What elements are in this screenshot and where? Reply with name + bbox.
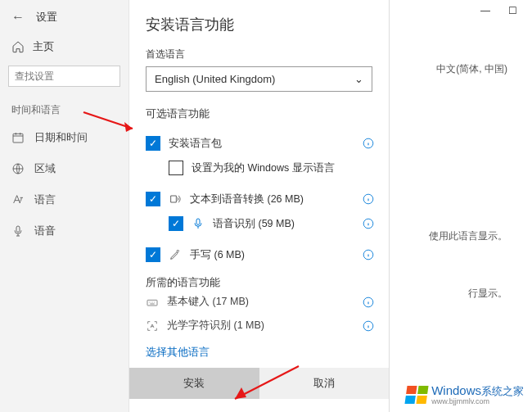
handwriting-icon	[169, 248, 182, 261]
watermark-url: www.bjjmmlv.com	[431, 397, 524, 405]
watermark-brand: Windows	[431, 383, 481, 397]
home-nav[interactable]: 主页	[0, 33, 128, 62]
bg-text-row: 行显示。	[468, 287, 507, 301]
bg-text-display: 使用此语言显示。	[429, 229, 507, 243]
row-ocr: 光学字符识别 (1 MB)	[129, 314, 389, 337]
install-pack-checkbox[interactable]	[146, 136, 160, 151]
cancel-button[interactable]: 取消	[259, 368, 390, 399]
search-input[interactable]	[8, 66, 120, 87]
sidebar-item-speech[interactable]: 语音	[0, 215, 128, 247]
sidebar-item-datetime[interactable]: 日期和时间	[0, 122, 128, 153]
sidebar-item-label: 日期和时间	[34, 130, 88, 145]
tts-icon	[169, 192, 182, 206]
dialog-title: 安装语言功能	[129, 15, 389, 44]
keyboard-icon	[146, 296, 159, 309]
install-language-dialog: 安装语言功能 首选语言 English (United Kingdom) ⌄ 可…	[129, 0, 390, 412]
watermark: Windows系统之家 www.bjjmmlv.com	[406, 383, 524, 405]
section-label: 时间和语言	[0, 97, 128, 122]
info-icon[interactable]	[363, 297, 374, 308]
required-features-label: 所需的语言功能	[129, 267, 389, 290]
bg-text-language: 中文(简体, 中国)	[436, 62, 507, 76]
home-label: 主页	[33, 39, 54, 54]
install-pack-label: 安装语言包	[169, 137, 222, 151]
selected-language-text: English (United Kingdom)	[155, 73, 275, 85]
speech-checkbox[interactable]	[169, 216, 183, 231]
tts-checkbox[interactable]	[146, 192, 160, 206]
globe-icon	[11, 162, 25, 175]
ocr-label: 光学字符识别 (1 MB)	[167, 319, 264, 333]
row-speech: 语音识别 (59 MB)	[129, 211, 389, 236]
row-handwriting: 手写 (6 MB)	[129, 242, 389, 267]
settings-sidebar: ← 设置 主页 时间和语言 日期和时间 区域 语言	[0, 0, 129, 412]
svg-rect-2	[16, 226, 20, 232]
optional-features-label: 可选语言功能	[129, 103, 389, 131]
calendar-icon	[11, 131, 25, 144]
svg-rect-8	[147, 300, 157, 306]
dialog-buttons: 安装 取消	[129, 368, 389, 399]
settings-title: 设置	[36, 10, 57, 25]
row-tts: 文本到语音转换 (26 MB)	[129, 187, 389, 211]
info-icon[interactable]	[363, 193, 374, 205]
main-area: — ☐ 中文(简体, 中国) 使用此语言显示。 行显示。 安装语言功能 首选语言…	[129, 0, 532, 412]
choose-other-language-link[interactable]: 选择其他语言	[129, 337, 389, 368]
svg-rect-0	[13, 134, 23, 143]
info-icon[interactable]	[363, 138, 374, 149]
typing-label: 基本键入 (17 MB)	[167, 295, 249, 309]
ocr-icon	[146, 319, 159, 333]
window-controls: — ☐	[480, 5, 517, 16]
row-install-pack: 安装语言包	[129, 131, 389, 156]
handwriting-label: 手写 (6 MB)	[190, 248, 245, 262]
row-set-display: 设置为我的 Windows 显示语言	[129, 156, 389, 180]
sidebar-item-region[interactable]: 区域	[0, 153, 128, 184]
language-icon	[11, 193, 25, 206]
preferred-language-label: 首选语言	[129, 44, 389, 66]
sidebar-item-label: 语音	[34, 224, 56, 238]
install-button[interactable]: 安装	[129, 368, 259, 399]
handwriting-checkbox[interactable]	[146, 247, 160, 262]
back-arrow-icon[interactable]: ←	[11, 10, 25, 25]
chevron-down-icon: ⌄	[354, 73, 363, 85]
microphone-icon	[11, 224, 25, 238]
language-select[interactable]: English (United Kingdom) ⌄	[146, 66, 372, 92]
info-icon[interactable]	[363, 249, 374, 260]
home-icon	[11, 40, 25, 53]
set-display-label: 设置为我的 Windows 显示语言	[192, 161, 335, 175]
info-icon[interactable]	[363, 218, 374, 229]
speech-label: 语音识别 (59 MB)	[213, 217, 295, 231]
set-display-checkbox[interactable]	[169, 161, 183, 175]
watermark-tagline: 系统之家	[481, 385, 524, 397]
row-typing: 基本键入 (17 MB)	[129, 290, 389, 314]
minimize-icon[interactable]: —	[480, 5, 490, 16]
microphone-icon	[192, 217, 205, 230]
maximize-icon[interactable]: ☐	[508, 5, 517, 16]
search-container	[8, 66, 120, 87]
sidebar-item-language[interactable]: 语言	[0, 184, 128, 215]
info-icon[interactable]	[363, 320, 374, 332]
svg-rect-5	[196, 219, 200, 224]
sidebar-item-label: 语言	[34, 192, 56, 207]
tts-label: 文本到语音转换 (26 MB)	[190, 192, 304, 206]
sidebar-item-label: 区域	[34, 161, 56, 176]
windows-logo-icon	[405, 386, 429, 404]
